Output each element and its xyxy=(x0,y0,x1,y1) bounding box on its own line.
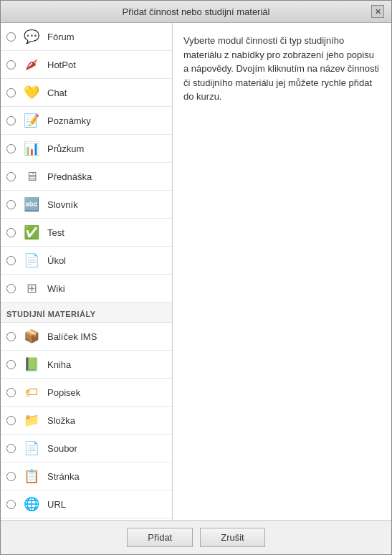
ims-icon: 📦 xyxy=(21,326,42,346)
radio-label[interactable] xyxy=(6,388,16,397)
forum-icon: 💬 xyxy=(21,27,42,47)
title-bar: Přidat činnost nebo studijní materiál ✕ xyxy=(1,1,391,23)
wiki-label: Wiki xyxy=(47,283,65,294)
description-text: Vyberte modul činnosti či typ studijního… xyxy=(183,34,381,104)
list-item[interactable]: 🖥Přednáška xyxy=(1,163,172,191)
section-header: STUDIJNÍ MATERIÁLY xyxy=(1,303,172,323)
add-button[interactable]: Přidat xyxy=(127,528,193,547)
list-item[interactable]: 📄Úkol xyxy=(1,247,172,275)
page-label: Stránka xyxy=(47,471,80,482)
test-label: Test xyxy=(47,227,64,238)
radio-survey[interactable] xyxy=(6,144,16,153)
hotpot-label: HotPot xyxy=(47,60,76,70)
forum-label: Fórum xyxy=(47,32,75,42)
book-icon: 📗 xyxy=(21,354,42,374)
survey-label: Průzkum xyxy=(47,143,84,154)
radio-task[interactable] xyxy=(6,256,16,265)
label-label: Popisek xyxy=(47,387,80,398)
url-icon: 🌐 xyxy=(21,494,42,514)
radio-page[interactable] xyxy=(6,472,16,481)
dialog-title: Přidat činnost nebo studijní materiál xyxy=(21,6,371,17)
glossary-label: Slovník xyxy=(47,199,78,210)
radio-wiki[interactable] xyxy=(6,284,16,293)
hotpot-icon: 🌶 xyxy=(21,54,42,75)
list-item[interactable]: 🏷Popisek xyxy=(1,379,172,407)
radio-ims[interactable] xyxy=(6,332,16,341)
notes-icon: 📝 xyxy=(21,110,42,131)
lecture-icon: 🖥 xyxy=(21,166,42,186)
list-item[interactable]: 📝Poznámky xyxy=(1,107,172,135)
list-item[interactable]: 🌐URL xyxy=(1,490,172,518)
radio-book[interactable] xyxy=(6,360,16,369)
list-item[interactable]: 📋Stránka xyxy=(1,463,172,490)
radio-test[interactable] xyxy=(6,228,16,237)
list-item[interactable]: 🌶HotPot xyxy=(1,51,172,79)
task-icon: 📄 xyxy=(21,250,42,270)
radio-folder[interactable] xyxy=(6,416,16,425)
cancel-button[interactable]: Zrušit xyxy=(200,528,265,547)
book-label: Kniha xyxy=(47,359,71,370)
list-item[interactable]: 💛Chat xyxy=(1,79,172,107)
right-panel: Vyberte modul činnosti či typ studijního… xyxy=(173,23,391,520)
radio-hotpot[interactable] xyxy=(6,60,16,70)
file-label: Soubor xyxy=(47,443,77,454)
radio-url[interactable] xyxy=(6,500,16,509)
notes-label: Poznámky xyxy=(47,115,91,126)
list-item[interactable]: 💬Fórum xyxy=(1,23,172,51)
folder-icon: 📁 xyxy=(21,410,42,430)
list-item[interactable]: 📄Soubor xyxy=(1,435,172,463)
list-item[interactable]: 📁Složka xyxy=(1,407,172,435)
radio-chat[interactable] xyxy=(6,88,16,98)
radio-forum[interactable] xyxy=(6,32,16,42)
list-item[interactable]: ✅Test xyxy=(1,219,172,247)
page-icon: 📋 xyxy=(21,466,42,486)
label-icon: 🏷 xyxy=(21,382,42,402)
ims-label: Balíček IMS xyxy=(47,331,97,342)
radio-notes[interactable] xyxy=(6,116,16,125)
chat-icon: 💛 xyxy=(21,82,42,103)
lecture-label: Přednáška xyxy=(47,171,92,182)
survey-icon: 📊 xyxy=(21,138,42,158)
list-item[interactable]: 🔤Slovník xyxy=(1,191,172,219)
content-area: 💬Fórum🌶HotPot💛Chat📝Poznámky📊Průzkum🖥Před… xyxy=(1,23,391,520)
left-panel[interactable]: 💬Fórum🌶HotPot💛Chat📝Poznámky📊Průzkum🖥Před… xyxy=(1,23,173,520)
list-item[interactable]: 📦Balíček IMS xyxy=(1,323,172,351)
folder-label: Složka xyxy=(47,415,75,426)
list-item[interactable]: 📊Průzkum xyxy=(1,135,172,163)
radio-file[interactable] xyxy=(6,444,16,453)
glossary-icon: 🔤 xyxy=(21,194,42,214)
footer: Přidat Zrušit xyxy=(1,520,391,554)
radio-lecture[interactable] xyxy=(6,172,16,181)
test-icon: ✅ xyxy=(21,222,42,242)
wiki-icon: ⊞ xyxy=(21,278,42,298)
dialog: Přidat činnost nebo studijní materiál ✕ … xyxy=(0,0,392,555)
close-button[interactable]: ✕ xyxy=(371,5,384,18)
chat-label: Chat xyxy=(47,87,67,98)
radio-glossary[interactable] xyxy=(6,200,16,209)
list-item[interactable]: ⊞Wiki xyxy=(1,275,172,303)
task-label: Úkol xyxy=(47,255,66,266)
url-label: URL xyxy=(47,499,66,510)
file-icon: 📄 xyxy=(21,438,42,458)
list-item[interactable]: 📗Kniha xyxy=(1,351,172,379)
